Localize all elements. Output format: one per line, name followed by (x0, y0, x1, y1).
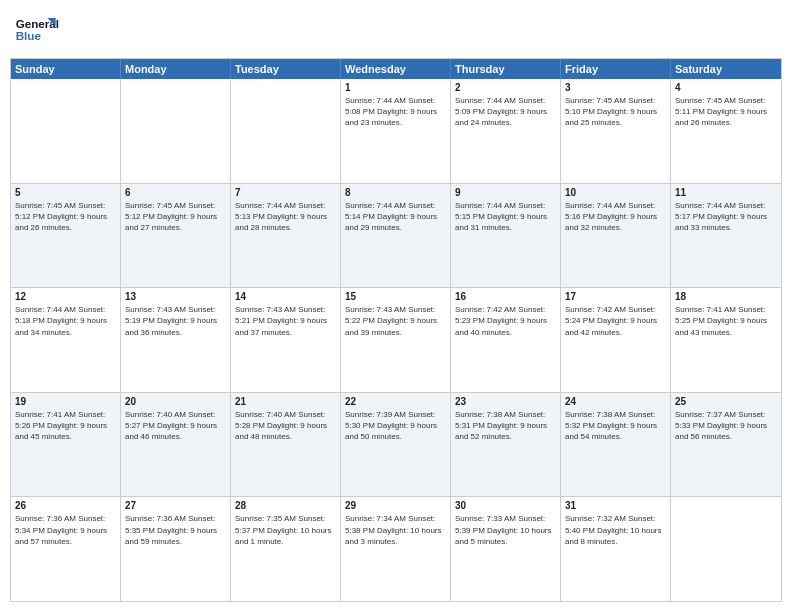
day-number: 14 (235, 291, 336, 302)
cell-text: Sunrise: 7:43 AM Sunset: 5:21 PM Dayligh… (235, 304, 336, 338)
calendar-cell-30: 30Sunrise: 7:33 AM Sunset: 5:39 PM Dayli… (451, 497, 561, 601)
cell-text: Sunrise: 7:44 AM Sunset: 5:09 PM Dayligh… (455, 95, 556, 129)
day-header-friday: Friday (561, 59, 671, 79)
calendar-row-3: 12Sunrise: 7:44 AM Sunset: 5:18 PM Dayli… (11, 287, 781, 392)
calendar-cell-26: 26Sunrise: 7:36 AM Sunset: 5:34 PM Dayli… (11, 497, 121, 601)
cell-text: Sunrise: 7:37 AM Sunset: 5:33 PM Dayligh… (675, 409, 777, 443)
calendar-cell-10: 10Sunrise: 7:44 AM Sunset: 5:16 PM Dayli… (561, 184, 671, 288)
day-number: 25 (675, 396, 777, 407)
calendar: SundayMondayTuesdayWednesdayThursdayFrid… (10, 58, 782, 602)
calendar-body: 1Sunrise: 7:44 AM Sunset: 5:08 PM Daylig… (11, 79, 781, 601)
calendar-cell-15: 15Sunrise: 7:43 AM Sunset: 5:22 PM Dayli… (341, 288, 451, 392)
day-number: 18 (675, 291, 777, 302)
calendar-cell-12: 12Sunrise: 7:44 AM Sunset: 5:18 PM Dayli… (11, 288, 121, 392)
calendar-cell-25: 25Sunrise: 7:37 AM Sunset: 5:33 PM Dayli… (671, 393, 781, 497)
day-number: 3 (565, 82, 666, 93)
calendar-row-5: 26Sunrise: 7:36 AM Sunset: 5:34 PM Dayli… (11, 496, 781, 601)
cell-text: Sunrise: 7:44 AM Sunset: 5:14 PM Dayligh… (345, 200, 446, 234)
day-number: 23 (455, 396, 556, 407)
calendar-cell-31: 31Sunrise: 7:32 AM Sunset: 5:40 PM Dayli… (561, 497, 671, 601)
cell-text: Sunrise: 7:35 AM Sunset: 5:37 PM Dayligh… (235, 513, 336, 547)
calendar-cell-24: 24Sunrise: 7:38 AM Sunset: 5:32 PM Dayli… (561, 393, 671, 497)
day-number: 15 (345, 291, 446, 302)
cell-text: Sunrise: 7:45 AM Sunset: 5:11 PM Dayligh… (675, 95, 777, 129)
day-header-thursday: Thursday (451, 59, 561, 79)
calendar-header: SundayMondayTuesdayWednesdayThursdayFrid… (11, 59, 781, 79)
cell-text: Sunrise: 7:40 AM Sunset: 5:27 PM Dayligh… (125, 409, 226, 443)
page: General Blue SundayMondayTuesdayWednesda… (0, 0, 792, 612)
cell-text: Sunrise: 7:44 AM Sunset: 5:13 PM Dayligh… (235, 200, 336, 234)
svg-text:Blue: Blue (16, 29, 42, 42)
calendar-cell-2: 2Sunrise: 7:44 AM Sunset: 5:09 PM Daylig… (451, 79, 561, 183)
calendar-cell-16: 16Sunrise: 7:42 AM Sunset: 5:23 PM Dayli… (451, 288, 561, 392)
cell-text: Sunrise: 7:38 AM Sunset: 5:32 PM Dayligh… (565, 409, 666, 443)
day-number: 17 (565, 291, 666, 302)
calendar-cell-7: 7Sunrise: 7:44 AM Sunset: 5:13 PM Daylig… (231, 184, 341, 288)
day-number: 4 (675, 82, 777, 93)
calendar-cell-empty-2 (231, 79, 341, 183)
day-number: 29 (345, 500, 446, 511)
calendar-cell-23: 23Sunrise: 7:38 AM Sunset: 5:31 PM Dayli… (451, 393, 561, 497)
calendar-cell-18: 18Sunrise: 7:41 AM Sunset: 5:25 PM Dayli… (671, 288, 781, 392)
calendar-cell-17: 17Sunrise: 7:42 AM Sunset: 5:24 PM Dayli… (561, 288, 671, 392)
day-number: 13 (125, 291, 226, 302)
calendar-cell-20: 20Sunrise: 7:40 AM Sunset: 5:27 PM Dayli… (121, 393, 231, 497)
calendar-row-2: 5Sunrise: 7:45 AM Sunset: 5:12 PM Daylig… (11, 183, 781, 288)
calendar-cell-13: 13Sunrise: 7:43 AM Sunset: 5:19 PM Dayli… (121, 288, 231, 392)
calendar-cell-empty-1 (121, 79, 231, 183)
calendar-cell-5: 5Sunrise: 7:45 AM Sunset: 5:12 PM Daylig… (11, 184, 121, 288)
day-number: 11 (675, 187, 777, 198)
calendar-cell-6: 6Sunrise: 7:45 AM Sunset: 5:12 PM Daylig… (121, 184, 231, 288)
cell-text: Sunrise: 7:44 AM Sunset: 5:18 PM Dayligh… (15, 304, 116, 338)
cell-text: Sunrise: 7:36 AM Sunset: 5:35 PM Dayligh… (125, 513, 226, 547)
day-number: 31 (565, 500, 666, 511)
day-number: 27 (125, 500, 226, 511)
calendar-cell-21: 21Sunrise: 7:40 AM Sunset: 5:28 PM Dayli… (231, 393, 341, 497)
day-number: 10 (565, 187, 666, 198)
cell-text: Sunrise: 7:44 AM Sunset: 5:15 PM Dayligh… (455, 200, 556, 234)
calendar-cell-11: 11Sunrise: 7:44 AM Sunset: 5:17 PM Dayli… (671, 184, 781, 288)
day-number: 12 (15, 291, 116, 302)
cell-text: Sunrise: 7:40 AM Sunset: 5:28 PM Dayligh… (235, 409, 336, 443)
day-header-saturday: Saturday (671, 59, 781, 79)
calendar-cell-4: 4Sunrise: 7:45 AM Sunset: 5:11 PM Daylig… (671, 79, 781, 183)
calendar-cell-29: 29Sunrise: 7:34 AM Sunset: 5:38 PM Dayli… (341, 497, 451, 601)
calendar-cell-9: 9Sunrise: 7:44 AM Sunset: 5:15 PM Daylig… (451, 184, 561, 288)
cell-text: Sunrise: 7:38 AM Sunset: 5:31 PM Dayligh… (455, 409, 556, 443)
day-number: 28 (235, 500, 336, 511)
day-header-monday: Monday (121, 59, 231, 79)
calendar-cell-3: 3Sunrise: 7:45 AM Sunset: 5:10 PM Daylig… (561, 79, 671, 183)
day-number: 26 (15, 500, 116, 511)
header: General Blue (10, 10, 782, 50)
calendar-cell-8: 8Sunrise: 7:44 AM Sunset: 5:14 PM Daylig… (341, 184, 451, 288)
calendar-cell-27: 27Sunrise: 7:36 AM Sunset: 5:35 PM Dayli… (121, 497, 231, 601)
cell-text: Sunrise: 7:33 AM Sunset: 5:39 PM Dayligh… (455, 513, 556, 547)
calendar-row-1: 1Sunrise: 7:44 AM Sunset: 5:08 PM Daylig… (11, 79, 781, 183)
day-number: 8 (345, 187, 446, 198)
day-number: 2 (455, 82, 556, 93)
calendar-cell-22: 22Sunrise: 7:39 AM Sunset: 5:30 PM Dayli… (341, 393, 451, 497)
cell-text: Sunrise: 7:43 AM Sunset: 5:22 PM Dayligh… (345, 304, 446, 338)
day-number: 30 (455, 500, 556, 511)
calendar-cell-28: 28Sunrise: 7:35 AM Sunset: 5:37 PM Dayli… (231, 497, 341, 601)
cell-text: Sunrise: 7:44 AM Sunset: 5:17 PM Dayligh… (675, 200, 777, 234)
calendar-cell-14: 14Sunrise: 7:43 AM Sunset: 5:21 PM Dayli… (231, 288, 341, 392)
calendar-cell-empty-6 (671, 497, 781, 601)
day-number: 24 (565, 396, 666, 407)
cell-text: Sunrise: 7:44 AM Sunset: 5:16 PM Dayligh… (565, 200, 666, 234)
cell-text: Sunrise: 7:36 AM Sunset: 5:34 PM Dayligh… (15, 513, 116, 547)
day-number: 6 (125, 187, 226, 198)
cell-text: Sunrise: 7:34 AM Sunset: 5:38 PM Dayligh… (345, 513, 446, 547)
cell-text: Sunrise: 7:32 AM Sunset: 5:40 PM Dayligh… (565, 513, 666, 547)
cell-text: Sunrise: 7:45 AM Sunset: 5:12 PM Dayligh… (15, 200, 116, 234)
cell-text: Sunrise: 7:41 AM Sunset: 5:25 PM Dayligh… (675, 304, 777, 338)
cell-text: Sunrise: 7:39 AM Sunset: 5:30 PM Dayligh… (345, 409, 446, 443)
day-header-wednesday: Wednesday (341, 59, 451, 79)
calendar-cell-1: 1Sunrise: 7:44 AM Sunset: 5:08 PM Daylig… (341, 79, 451, 183)
day-header-sunday: Sunday (11, 59, 121, 79)
cell-text: Sunrise: 7:45 AM Sunset: 5:12 PM Dayligh… (125, 200, 226, 234)
day-number: 20 (125, 396, 226, 407)
calendar-cell-19: 19Sunrise: 7:41 AM Sunset: 5:26 PM Dayli… (11, 393, 121, 497)
day-number: 21 (235, 396, 336, 407)
logo: General Blue (14, 10, 64, 50)
